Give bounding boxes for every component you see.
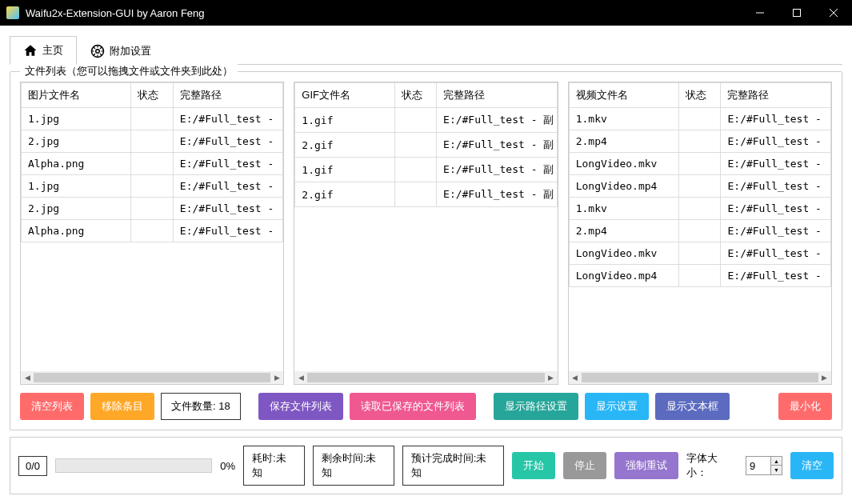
show-settings-button[interactable]: 显示设置 [585, 393, 649, 420]
col-filename[interactable]: GIF文件名 [295, 83, 394, 108]
minimize-button[interactable]: 最小化 [778, 393, 832, 420]
cell-status [131, 130, 173, 153]
show-path-button[interactable]: 显示路径设置 [494, 393, 578, 420]
cell-path: E:/#Full_test - [173, 153, 283, 175]
cell-status [131, 175, 173, 198]
svg-point-5 [96, 49, 100, 53]
tab-settings-label: 附加设置 [110, 44, 151, 58]
scroll-left-icon[interactable]: ◀ [569, 371, 582, 384]
gif-table: GIF文件名 状态 完整路径 1.gifE:/#Full_test - 副2.g… [294, 82, 558, 385]
gif-table-scroll[interactable]: GIF文件名 状态 完整路径 1.gifE:/#Full_test - 副2.g… [294, 82, 557, 371]
start-button[interactable]: 开始 [512, 452, 555, 479]
col-status[interactable]: 状态 [131, 83, 173, 108]
table-row[interactable]: 1.mkvE:/#Full_test - [569, 108, 830, 130]
cell-filename: Alpha.png [22, 153, 131, 175]
image-table-scroll[interactable]: 图片文件名 状态 完整路径 1.jpgE:/#Full_test -2.jpgE… [21, 82, 283, 371]
clear-button[interactable]: 清空 [790, 452, 834, 479]
load-list-button[interactable]: 读取已保存的文件列表 [350, 393, 476, 420]
table-row[interactable]: 2.mp4E:/#Full_test - [569, 220, 830, 242]
col-status[interactable]: 状态 [679, 83, 721, 108]
scroll-thumb[interactable] [34, 373, 270, 382]
cell-status [679, 130, 721, 153]
font-size-input[interactable] [746, 457, 770, 474]
cell-path: E:/#Full_test - [721, 220, 831, 242]
cell-filename: 1.gif [295, 108, 394, 133]
scroll-thumb[interactable] [307, 373, 544, 382]
table-row[interactable]: 1.mkvE:/#Full_test - [569, 198, 830, 220]
titlebar: Waifu2x-Extension-GUI by Aaron Feng [0, 0, 852, 26]
save-list-button[interactable]: 保存文件列表 [258, 393, 343, 420]
cell-path: E:/#Full_test - [173, 108, 283, 130]
image-hscrollbar[interactable]: ◀ ▶ [21, 371, 283, 384]
tab-settings[interactable]: 附加设置 [77, 36, 165, 65]
table-row[interactable]: 1.gifE:/#Full_test - 副 [295, 158, 557, 182]
col-path[interactable]: 完整路径 [173, 83, 283, 108]
col-path[interactable]: 完整路径 [437, 83, 558, 108]
spinner-down-icon[interactable]: ▼ [770, 466, 782, 474]
cell-filename: 1.mkv [569, 108, 678, 130]
table-row[interactable]: LongVideo.mp4E:/#Full_test - [569, 265, 830, 287]
table-row[interactable]: LongVideo.mkvE:/#Full_test - [569, 153, 830, 175]
file-count-label: 文件数量: 18 [161, 393, 241, 420]
table-row[interactable]: 2.mp4E:/#Full_test - [569, 130, 830, 153]
client-area: 主页 附加设置 文件列表（您可以拖拽文件或文件夹到此处） 图片文件名 [0, 26, 852, 504]
cell-status [131, 220, 173, 242]
remaining-label: 剩余时间:未知 [313, 446, 394, 486]
cell-status [679, 175, 721, 198]
cell-path: E:/#Full_test - [721, 153, 831, 175]
svg-rect-1 [794, 10, 801, 17]
show-textbox-button[interactable]: 显示文本框 [655, 393, 730, 420]
table-row[interactable]: 1.gifE:/#Full_test - 副 [295, 108, 557, 133]
stop-button[interactable]: 停止 [563, 452, 606, 479]
table-row[interactable]: LongVideo.mp4E:/#Full_test - [569, 175, 830, 198]
video-table-scroll[interactable]: 视频文件名 状态 完整路径 1.mkvE:/#Full_test -2.mp4E… [569, 82, 831, 371]
scroll-right-icon[interactable]: ▶ [545, 371, 558, 384]
tab-home[interactable]: 主页 [10, 36, 77, 65]
cell-path: E:/#Full_test - 副 [437, 182, 558, 207]
cell-filename: Alpha.png [22, 220, 131, 242]
clear-list-button[interactable]: 清空列表 [20, 393, 84, 420]
close-window-button[interactable] [815, 0, 852, 26]
col-filename[interactable]: 视频文件名 [569, 83, 678, 108]
cell-filename: 1.jpg [22, 175, 131, 198]
scroll-thumb[interactable] [582, 373, 818, 382]
maximize-window-button[interactable] [778, 0, 815, 26]
scroll-left-icon[interactable]: ◀ [21, 371, 34, 384]
cell-filename: 1.mkv [569, 198, 678, 220]
col-path[interactable]: 完整路径 [721, 83, 831, 108]
scroll-right-icon[interactable]: ▶ [818, 371, 831, 384]
cell-path: E:/#Full_test - [173, 220, 283, 242]
app-icon [6, 6, 19, 19]
table-row[interactable]: Alpha.pngE:/#Full_test - [22, 220, 283, 242]
table-row[interactable]: 2.jpgE:/#Full_test - [22, 198, 283, 220]
gif-hscrollbar[interactable]: ◀ ▶ [294, 371, 557, 384]
table-row[interactable]: LongVideo.mkvE:/#Full_test - [569, 242, 830, 265]
spinner-up-icon[interactable]: ▲ [770, 457, 782, 466]
window-title: Waifu2x-Extension-GUI by Aaron Feng [26, 7, 742, 19]
cell-status [394, 108, 436, 133]
table-row[interactable]: 1.jpgE:/#Full_test - [22, 108, 283, 130]
table-row[interactable]: 2.gifE:/#Full_test - 副 [295, 182, 557, 207]
table-row[interactable]: 1.jpgE:/#Full_test - [22, 175, 283, 198]
app-window: Waifu2x-Extension-GUI by Aaron Feng 主页 附… [0, 0, 852, 504]
table-row[interactable]: 2.gifE:/#Full_test - 副 [295, 133, 557, 158]
video-hscrollbar[interactable]: ◀ ▶ [569, 371, 831, 384]
cell-filename: LongVideo.mp4 [569, 175, 678, 198]
scroll-left-icon[interactable]: ◀ [294, 371, 307, 384]
table-row[interactable]: Alpha.pngE:/#Full_test - [22, 153, 283, 175]
minimize-window-button[interactable] [742, 0, 778, 26]
table-row[interactable]: 2.jpgE:/#Full_test - [22, 130, 283, 153]
font-size-spinner[interactable]: ▲ ▼ [746, 456, 782, 475]
progress-count: 0/0 [18, 456, 47, 476]
cell-path: E:/#Full_test - [721, 198, 831, 220]
cell-path: E:/#Full_test - [721, 242, 831, 265]
col-status[interactable]: 状态 [394, 83, 436, 108]
cell-filename: 1.jpg [22, 108, 131, 130]
image-table: 图片文件名 状态 完整路径 1.jpgE:/#Full_test -2.jpgE… [20, 82, 284, 385]
col-filename[interactable]: 图片文件名 [22, 83, 131, 108]
remove-item-button[interactable]: 移除条目 [90, 393, 154, 420]
font-size-label: 字体大小： [686, 451, 738, 480]
scroll-right-icon[interactable]: ▶ [270, 371, 283, 384]
group-title: 文件列表（您可以拖拽文件或文件夹到此处） [20, 64, 238, 78]
retry-button[interactable]: 强制重试 [614, 452, 678, 479]
